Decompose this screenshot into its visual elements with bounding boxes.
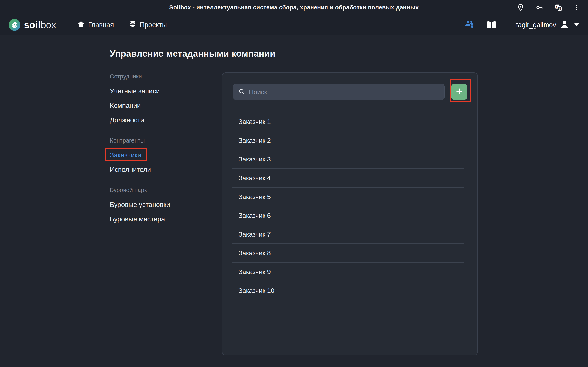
search-input[interactable] [249, 88, 440, 96]
sidebar-item-2-1[interactable]: Буровые мастера [110, 212, 198, 226]
browser-page-title: Soilbox - интеллектуальная система сбора… [0, 4, 588, 11]
soilbox-logo[interactable]: soilbox [9, 19, 56, 31]
browser-title-bar: Soilbox - интеллектуальная система сбора… [0, 0, 588, 15]
sidebar-section-2: Буровой паркБуровые установкиБуровые мас… [110, 183, 198, 226]
translate-icon[interactable]: G 文 [554, 4, 562, 11]
sidebar-item-0-2[interactable]: Должности [110, 113, 198, 127]
location-icon[interactable] [517, 4, 524, 11]
nav-item-home[interactable]: Главная [77, 20, 114, 29]
list-item-2[interactable]: Заказчик 2 [232, 131, 464, 150]
sidebar: СотрудникиУчетные записиКомпанииДолжност… [110, 69, 198, 226]
sidebar-section-header: Контрагенты [110, 133, 198, 148]
list-item-7[interactable]: Заказчик 7 [232, 225, 464, 244]
sidebar-item-0-0[interactable]: Учетные записи [110, 84, 198, 98]
svg-text:文: 文 [559, 7, 561, 10]
key-icon[interactable] [535, 3, 544, 12]
sidebar-section-header: Буровой парк [110, 183, 198, 197]
brand-wordmark: soilbox [24, 19, 56, 30]
sidebar-section-header: Сотрудники [110, 69, 198, 84]
search-box [233, 84, 445, 100]
kebab-menu-icon[interactable] [573, 4, 580, 11]
nav-item-home-label: Главная [88, 21, 114, 29]
page-title: Управление метаданными компании [110, 49, 276, 59]
search-icon [238, 88, 245, 96]
chevron-down-icon [574, 23, 579, 26]
customers-panel: + Заказчик 1Заказчик 2Заказчик 3Заказчик… [222, 72, 478, 355]
sidebar-section-0: СотрудникиУчетные записиКомпанииДолжност… [110, 69, 198, 127]
database-icon [129, 20, 136, 29]
user-menu[interactable]: tagir_galimov [516, 20, 579, 30]
add-button[interactable]: + [451, 84, 467, 100]
customers-list: Заказчик 1Заказчик 2Заказчик 3Заказчик 4… [232, 113, 464, 300]
sidebar-section-1: КонтрагентыЗаказчикиИсполнители [110, 133, 198, 177]
sidebar-item-1-0[interactable]: Заказчики [110, 148, 198, 162]
list-item-3[interactable]: Заказчик 3 [232, 150, 464, 169]
user-management-icon[interactable] [465, 20, 475, 30]
sidebar-item-1-1[interactable]: Исполнители [110, 162, 198, 177]
username: tagir_galimov [516, 21, 556, 29]
app-navbar: soilbox Главная Проекты [0, 15, 588, 35]
avatar-icon [560, 20, 569, 30]
list-item-4[interactable]: Заказчик 4 [232, 169, 464, 188]
list-item-9[interactable]: Заказчик 9 [232, 263, 464, 281]
home-icon [77, 20, 85, 29]
sidebar-item-0-1[interactable]: Компании [110, 98, 198, 113]
docs-book-icon[interactable] [487, 21, 496, 29]
list-item-6[interactable]: Заказчик 6 [232, 206, 464, 225]
sidebar-item-2-0[interactable]: Буровые установки [110, 197, 198, 212]
list-item-8[interactable]: Заказчик 8 [232, 244, 464, 263]
nav-item-projects-label: Проекты [140, 21, 167, 29]
list-item-10[interactable]: Заказчик 10 [232, 281, 464, 300]
list-item-5[interactable]: Заказчик 5 [232, 188, 464, 206]
nav-item-projects[interactable]: Проекты [129, 20, 167, 29]
list-item-1[interactable]: Заказчик 1 [232, 113, 464, 131]
soilbox-logo-icon [9, 19, 20, 31]
